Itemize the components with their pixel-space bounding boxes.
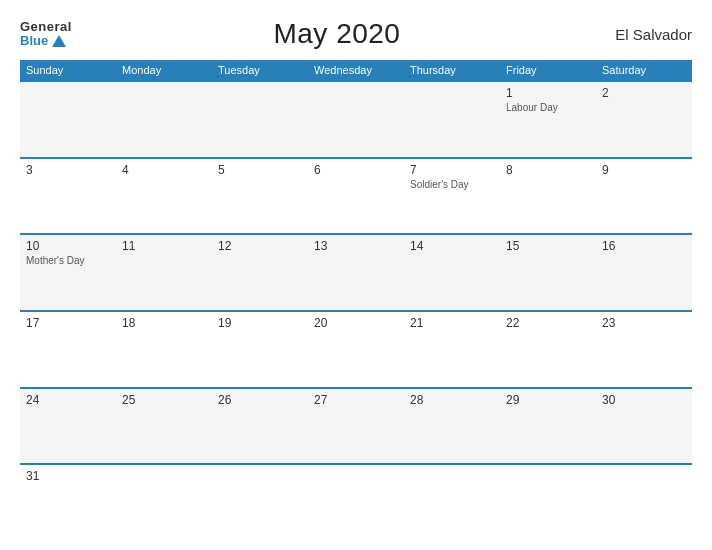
day-cell-w2-d6: 8 [500, 159, 596, 234]
day-number: 14 [410, 239, 494, 253]
day-cell-w4-d6: 22 [500, 312, 596, 387]
day-number: 24 [26, 393, 110, 407]
header-monday: Monday [116, 60, 212, 80]
country-name: El Salvador [602, 26, 692, 43]
day-cell-w2-d7: 9 [596, 159, 692, 234]
day-number: 15 [506, 239, 590, 253]
week-row-2: 34567Soldier's Day89 [20, 157, 692, 234]
day-number: 29 [506, 393, 590, 407]
header: General Blue May 2020 El Salvador [20, 18, 692, 50]
day-number: 8 [506, 163, 590, 177]
day-cell-w3-d1: 10Mother's Day [20, 235, 116, 310]
day-cell-w2-d5: 7Soldier's Day [404, 159, 500, 234]
page: General Blue May 2020 El Salvador Sunday… [0, 0, 712, 550]
day-cell-w1-d3 [212, 82, 308, 157]
day-cell-w5-d5: 28 [404, 389, 500, 464]
header-tuesday: Tuesday [212, 60, 308, 80]
day-cell-w4-d7: 23 [596, 312, 692, 387]
day-number: 23 [602, 316, 686, 330]
day-number: 21 [410, 316, 494, 330]
day-number: 7 [410, 163, 494, 177]
header-sunday: Sunday [20, 60, 116, 80]
day-cell-w5-d1: 24 [20, 389, 116, 464]
day-cell-w3-d5: 14 [404, 235, 500, 310]
weeks: 1Labour Day234567Soldier's Day8910Mother… [20, 80, 692, 540]
day-cell-w5-d4: 27 [308, 389, 404, 464]
logo-blue-text: Blue [20, 34, 72, 48]
day-number: 30 [602, 393, 686, 407]
week-row-6: 31 [20, 463, 692, 540]
logo: General Blue [20, 20, 72, 49]
day-number: 3 [26, 163, 110, 177]
calendar: Sunday Monday Tuesday Wednesday Thursday… [20, 60, 692, 540]
day-event: Labour Day [506, 102, 590, 113]
day-number: 16 [602, 239, 686, 253]
day-cell-w4-d5: 21 [404, 312, 500, 387]
day-number: 1 [506, 86, 590, 100]
day-cell-w6-d5 [404, 465, 500, 540]
logo-triangle-icon [52, 35, 66, 47]
day-number: 11 [122, 239, 206, 253]
calendar-title: May 2020 [72, 18, 602, 50]
day-cell-w3-d2: 11 [116, 235, 212, 310]
day-number: 5 [218, 163, 302, 177]
day-cell-w4-d1: 17 [20, 312, 116, 387]
header-thursday: Thursday [404, 60, 500, 80]
week-row-5: 24252627282930 [20, 387, 692, 464]
day-number: 12 [218, 239, 302, 253]
day-cell-w1-d4 [308, 82, 404, 157]
day-number: 17 [26, 316, 110, 330]
day-number: 19 [218, 316, 302, 330]
day-cell-w5-d6: 29 [500, 389, 596, 464]
day-cell-w5-d2: 25 [116, 389, 212, 464]
day-cell-w2-d4: 6 [308, 159, 404, 234]
day-number: 31 [26, 469, 110, 483]
day-cell-w6-d4 [308, 465, 404, 540]
day-cell-w1-d2 [116, 82, 212, 157]
day-number: 4 [122, 163, 206, 177]
day-cell-w6-d2 [116, 465, 212, 540]
day-cell-w6-d7 [596, 465, 692, 540]
day-cell-w1-d7: 2 [596, 82, 692, 157]
day-cell-w3-d6: 15 [500, 235, 596, 310]
day-cell-w1-d1 [20, 82, 116, 157]
day-cell-w3-d7: 16 [596, 235, 692, 310]
day-cell-w4-d2: 18 [116, 312, 212, 387]
day-number: 26 [218, 393, 302, 407]
day-number: 20 [314, 316, 398, 330]
header-saturday: Saturday [596, 60, 692, 80]
logo-general-text: General [20, 20, 72, 34]
day-number: 27 [314, 393, 398, 407]
day-event: Mother's Day [26, 255, 110, 266]
day-cell-w2-d3: 5 [212, 159, 308, 234]
day-cell-w6-d1: 31 [20, 465, 116, 540]
header-friday: Friday [500, 60, 596, 80]
day-number: 28 [410, 393, 494, 407]
day-cell-w2-d1: 3 [20, 159, 116, 234]
day-number: 6 [314, 163, 398, 177]
day-cell-w4-d3: 19 [212, 312, 308, 387]
day-cell-w5-d7: 30 [596, 389, 692, 464]
week-row-3: 10Mother's Day111213141516 [20, 233, 692, 310]
day-number: 10 [26, 239, 110, 253]
day-cell-w1-d5 [404, 82, 500, 157]
day-cell-w4-d4: 20 [308, 312, 404, 387]
day-cell-w2-d2: 4 [116, 159, 212, 234]
week-row-4: 17181920212223 [20, 310, 692, 387]
day-cell-w1-d6: 1Labour Day [500, 82, 596, 157]
day-number: 13 [314, 239, 398, 253]
day-number: 9 [602, 163, 686, 177]
day-number: 22 [506, 316, 590, 330]
day-cell-w3-d4: 13 [308, 235, 404, 310]
day-number: 2 [602, 86, 686, 100]
day-number: 18 [122, 316, 206, 330]
day-event: Soldier's Day [410, 179, 494, 190]
header-wednesday: Wednesday [308, 60, 404, 80]
day-cell-w5-d3: 26 [212, 389, 308, 464]
day-cell-w6-d6 [500, 465, 596, 540]
day-number: 25 [122, 393, 206, 407]
day-cell-w3-d3: 12 [212, 235, 308, 310]
day-headers: Sunday Monday Tuesday Wednesday Thursday… [20, 60, 692, 80]
week-row-1: 1Labour Day2 [20, 80, 692, 157]
day-cell-w6-d3 [212, 465, 308, 540]
